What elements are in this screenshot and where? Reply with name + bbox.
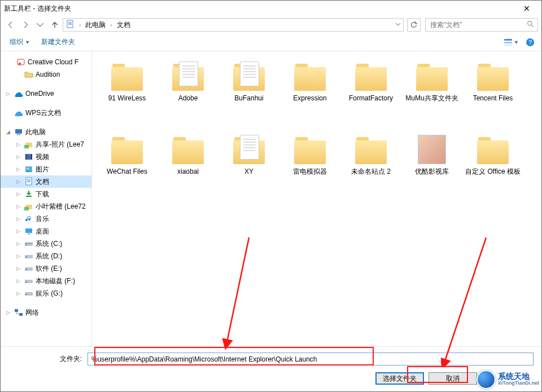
- file-item[interactable]: Adobe: [158, 57, 218, 130]
- tree-item-drive-d[interactable]: ▷系统 (D:): [1, 250, 91, 262]
- file-item[interactable]: 未命名站点 2: [340, 130, 401, 204]
- tree-item-share-photos[interactable]: ▷共享-照片 (Lee7: [1, 138, 91, 151]
- tree-item-drive-e[interactable]: ▷软件 (E:): [1, 262, 91, 275]
- svg-rect-7: [504, 42, 512, 43]
- expand-icon[interactable]: ▷: [16, 290, 22, 296]
- tree-item-downloads[interactable]: ▷下载: [1, 188, 91, 200]
- folder-icon: [24, 70, 33, 79]
- navigation-tree[interactable]: Creative Cloud F Audition ▷OneDrive WPS云…: [1, 51, 92, 346]
- view-options-button[interactable]: ▼: [501, 37, 521, 48]
- file-item[interactable]: 优酷影视库: [401, 130, 462, 204]
- folder-icon: [109, 135, 145, 164]
- svg-rect-23: [27, 179, 30, 180]
- tree-item-onedrive[interactable]: ▷OneDrive: [1, 87, 91, 100]
- tree-item-video[interactable]: ▷视频: [1, 151, 91, 163]
- help-button[interactable]: ?: [523, 37, 537, 48]
- expand-icon[interactable]: ▷: [16, 179, 22, 184]
- new-folder-button[interactable]: 新建文件夹: [37, 35, 80, 49]
- file-label: 雷电模拟器: [293, 168, 327, 176]
- file-item[interactable]: BuFanhui: [218, 57, 279, 130]
- tree-item-audition[interactable]: Audition: [1, 68, 91, 81]
- expand-icon[interactable]: ▷: [16, 204, 22, 209]
- collapse-icon[interactable]: ◢: [6, 129, 12, 135]
- body: Creative Cloud F Audition ▷OneDrive WPS云…: [1, 51, 541, 346]
- forward-button[interactable]: [19, 18, 32, 32]
- breadcrumb-current[interactable]: 文档: [117, 20, 130, 30]
- toolbar: 组织 ▼ 新建文件夹 ▼ ?: [1, 33, 541, 51]
- expand-icon[interactable]: ▷: [16, 154, 22, 160]
- svg-rect-1: [68, 22, 72, 23]
- address-dropdown-icon[interactable]: [395, 21, 401, 29]
- folder-icon: [292, 61, 328, 91]
- file-item[interactable]: MuMu共享文件夹: [401, 57, 462, 130]
- expand-icon[interactable]: ▷: [16, 241, 22, 246]
- expand-icon[interactable]: ▷: [16, 166, 22, 172]
- file-item[interactable]: Expression: [279, 57, 340, 130]
- tree-item-network[interactable]: ▷网络: [1, 306, 91, 319]
- organize-menu[interactable]: 组织 ▼: [5, 35, 34, 49]
- svg-rect-26: [26, 196, 32, 197]
- tree-item-music[interactable]: ▷音乐: [1, 213, 91, 225]
- expand-icon[interactable]: ▷: [6, 91, 12, 96]
- expand-icon[interactable]: ▷: [16, 191, 22, 197]
- drive-icon: [24, 264, 33, 273]
- tree-item-drive-f[interactable]: ▷本地磁盘 (F:): [1, 275, 91, 287]
- tree-item-drive-c[interactable]: ▷系统 (C:): [1, 237, 91, 250]
- folder-icon: [109, 61, 145, 91]
- file-label: xiaobai: [177, 168, 199, 176]
- file-item[interactable]: WeChat Files: [97, 130, 158, 204]
- breadcrumb-root[interactable]: 此电脑: [85, 20, 106, 30]
- svg-rect-30: [28, 234, 30, 235]
- tree-item-pictures[interactable]: ▷图片: [1, 163, 91, 175]
- file-item[interactable]: 自定义 Office 模板: [462, 130, 523, 204]
- svg-rect-3: [68, 24, 72, 25]
- recent-dropdown[interactable]: [33, 18, 47, 32]
- refresh-button[interactable]: [407, 18, 421, 32]
- svg-text:?: ?: [528, 39, 532, 46]
- svg-rect-18: [25, 154, 27, 160]
- dialog-window: 新工具栏 - 选择文件夹 ✕ › 此电脑 › 文档 组织 ▼ 新建文件夹 ▼ ?: [0, 0, 542, 392]
- svg-line-5: [531, 25, 533, 27]
- folder-with-doc-icon: [231, 61, 267, 91]
- address-bar[interactable]: › 此电脑 › 文档: [63, 18, 404, 32]
- file-label: WeChat Files: [107, 168, 147, 176]
- tree-item-xiaoye[interactable]: ▷小叶紫檀 (Lee72: [1, 200, 91, 213]
- file-item[interactable]: FormatFactory: [340, 57, 401, 130]
- folder-path-input[interactable]: [88, 353, 534, 365]
- tree-item-wps[interactable]: WPS云文档: [1, 107, 91, 119]
- up-button[interactable]: [48, 18, 62, 32]
- file-item[interactable]: 雷电模拟器: [279, 130, 340, 204]
- tree-item-this-pc[interactable]: ◢此电脑: [1, 126, 91, 138]
- wps-cloud-icon: [14, 108, 23, 117]
- file-item[interactable]: 91 WireLess: [97, 57, 158, 130]
- tree-item-drive-g[interactable]: ▷娱乐 (G:): [1, 287, 91, 299]
- search-input[interactable]: [429, 20, 527, 29]
- svg-rect-35: [25, 257, 27, 258]
- cancel-button[interactable]: 取消: [429, 372, 477, 385]
- tree-item-desktop[interactable]: ▷桌面: [1, 225, 91, 237]
- expand-icon[interactable]: ▷: [16, 228, 22, 234]
- file-list[interactable]: 91 WireLessAdobeBuFanhuiExpressionFormat…: [92, 51, 541, 346]
- expand-icon[interactable]: ▷: [16, 142, 22, 147]
- expand-icon[interactable]: ▷: [6, 310, 12, 315]
- svg-rect-42: [15, 309, 18, 312]
- file-label: MuMu共享文件夹: [405, 94, 458, 103]
- expand-icon[interactable]: ▷: [16, 266, 22, 271]
- file-item[interactable]: Tencent Files: [462, 57, 523, 130]
- svg-rect-29: [25, 228, 32, 233]
- select-folder-button[interactable]: 选择文件夹: [375, 372, 424, 385]
- creative-cloud-icon: [16, 58, 25, 67]
- svg-rect-11: [18, 59, 24, 65]
- tree-item-creative-cloud[interactable]: Creative Cloud F: [1, 56, 91, 68]
- file-item[interactable]: xiaobai: [158, 130, 218, 204]
- search-box[interactable]: [425, 18, 538, 32]
- expand-icon[interactable]: ▷: [16, 253, 22, 259]
- expand-icon[interactable]: ▷: [16, 278, 22, 284]
- back-button[interactable]: [4, 18, 18, 32]
- file-item[interactable]: XY: [218, 130, 279, 204]
- documents-icon: [24, 177, 33, 186]
- file-label: BuFanhui: [234, 94, 263, 103]
- expand-icon[interactable]: ▷: [16, 216, 22, 222]
- tree-item-documents[interactable]: ▷文档: [1, 175, 91, 188]
- close-button[interactable]: ✕: [515, 4, 538, 13]
